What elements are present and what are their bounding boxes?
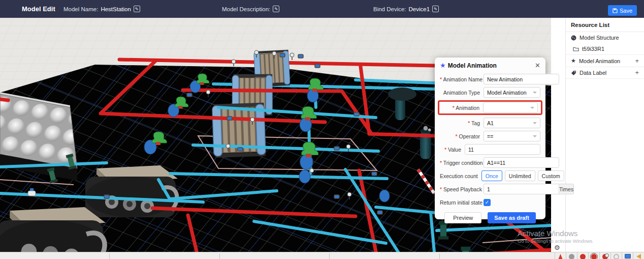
return-initial-state-label: Return initial state — [440, 199, 484, 206]
model-structure-icon — [571, 35, 576, 41]
taskbar-divider — [219, 253, 220, 259]
animation-star-icon: ★ — [440, 62, 446, 69]
blue-pump-body — [379, 190, 390, 202]
chevron-down-icon — [533, 135, 537, 137]
red-pin-icon[interactable] — [555, 252, 566, 259]
save-button[interactable]: Save — [608, 5, 637, 16]
operator-row: Operator == — [440, 131, 540, 141]
model-animation-dialog: ★ Model Animation ✕ Animation Name Anima… — [435, 57, 545, 219]
edit-icon[interactable]: ✎ — [432, 6, 439, 12]
animation-name-label: Animation Name — [440, 76, 484, 82]
bind-device-field: Bind Device: Device1 ✎ — [373, 6, 439, 12]
speed-playback-label: Speed Playback — [440, 186, 484, 192]
add-data-label-button[interactable]: + — [635, 70, 639, 75]
speed-playback-row: Speed Playback Times — [440, 184, 540, 194]
animation-name-input[interactable] — [484, 74, 559, 84]
volume-icon[interactable] — [633, 252, 644, 259]
gray-circle-icon[interactable] — [566, 252, 577, 259]
page-title: Model Edit — [22, 5, 55, 13]
sidebar-item-model-folder[interactable]: t59i33R1 — [566, 43, 644, 55]
folder-icon — [573, 46, 579, 51]
animation-type-label: Animation Type — [440, 90, 484, 96]
preview-button[interactable]: Preview — [444, 212, 481, 223]
add-animation-button[interactable]: + — [635, 59, 639, 64]
spiral-icon[interactable] — [610, 252, 622, 259]
3d-viewport[interactable]: ★ Model Animation ✕ Animation Name Anima… — [0, 18, 551, 252]
return-initial-state-checkbox[interactable]: ✓ — [484, 199, 491, 206]
save-as-draft-button[interactable]: Save as draft — [488, 212, 535, 223]
animation-type-select[interactable]: Model Animation — [484, 87, 540, 98]
animation-select[interactable] — [483, 102, 538, 113]
system-tray — [555, 252, 644, 259]
animation-label: Animation — [442, 105, 483, 111]
tag-icon — [571, 70, 576, 76]
red-clock-icon[interactable] — [599, 252, 610, 259]
model-name-value: HestStation — [101, 6, 131, 12]
resource-list-panel: Resource List Model Structure t59i33R1 ★… — [565, 18, 644, 252]
tag-select[interactable]: A1 — [484, 118, 540, 128]
animation-row: Animation — [442, 102, 538, 113]
bind-device-label: Bind Device: — [373, 6, 406, 12]
trigger-condition-input[interactable] — [484, 157, 559, 168]
value-input[interactable] — [465, 144, 540, 155]
model-edit-app: Model Edit Model Name: HestStation ✎ Mod… — [0, 0, 644, 259]
windows-taskbar[interactable] — [0, 252, 644, 259]
trigger-condition-label: Trigger condition — [440, 160, 484, 166]
animation-star-icon: ★ — [571, 57, 576, 64]
taskbar-divider — [329, 253, 330, 259]
speed-playback-input[interactable] — [484, 184, 559, 194]
dialog-buttons: Preview Save as draft — [435, 212, 545, 223]
model-description-field: Model Description: ✎ — [222, 6, 279, 12]
dark-equipment — [388, 88, 416, 101]
sidebar-item-model-structure[interactable]: Model Structure — [566, 32, 644, 43]
red-circle-boxed-icon[interactable] — [588, 252, 599, 259]
execution-once-button[interactable]: Once — [481, 170, 502, 181]
edit-icon[interactable]: ✎ — [134, 6, 140, 12]
dialog-title: Model Animation — [448, 62, 497, 69]
edit-icon[interactable]: ✎ — [273, 6, 279, 12]
operator-label: Operator — [440, 133, 484, 139]
value-label: Value — [440, 147, 465, 153]
execution-count-row: Execution count Once Unlimited Custom — [440, 170, 540, 181]
teal-tank — [420, 126, 431, 159]
model-name-label: Model Name: — [63, 6, 98, 12]
close-icon[interactable]: ✕ — [535, 63, 540, 69]
sidebar-item-model-animation[interactable]: ★ Model Animation + — [566, 55, 644, 67]
resource-list-title: Resource List — [566, 18, 644, 32]
blue-pump-body — [299, 170, 310, 183]
tag-label: Tag — [440, 120, 484, 126]
execution-custom-button[interactable]: Custom — [538, 170, 564, 181]
topbar: Model Edit Model Name: HestStation ✎ Mod… — [0, 0, 644, 18]
bind-device-value: Device1 — [409, 6, 430, 12]
chevron-down-icon — [533, 122, 537, 124]
times-addon: Times — [559, 184, 574, 194]
trigger-condition-row: Trigger condition — [440, 157, 540, 168]
chevron-down-icon — [530, 107, 534, 109]
model-name-field: Model Name: HestStation ✎ — [63, 6, 140, 12]
execution-unlimited-button[interactable]: Unlimited — [505, 170, 535, 181]
model-description-label: Model Description: — [222, 6, 270, 12]
execution-count-label: Execution count — [440, 173, 481, 179]
save-icon — [613, 8, 618, 13]
sidebar-item-data-label[interactable]: Data Label + — [566, 67, 644, 79]
value-row: Value — [440, 144, 540, 155]
animation-type-row: Animation Type Model Animation — [440, 87, 540, 98]
return-initial-state-row: Return initial state ✓ — [440, 197, 540, 208]
taskbar-divider — [109, 253, 110, 259]
highlight-box: Animation — [438, 100, 542, 115]
tag-row: Tag A1 — [440, 118, 540, 128]
red-circle-icon[interactable] — [577, 252, 588, 259]
gear-icon[interactable]: ⚙ — [554, 244, 560, 251]
dialog-header: ★ Model Animation ✕ — [435, 57, 545, 71]
taskbar-divider — [439, 253, 440, 259]
chiller-unit — [0, 207, 106, 252]
operator-select[interactable]: == — [484, 131, 540, 141]
display-window-icon[interactable] — [622, 252, 633, 259]
chevron-down-icon — [533, 92, 537, 94]
animation-name-row: Animation Name — [440, 74, 540, 84]
